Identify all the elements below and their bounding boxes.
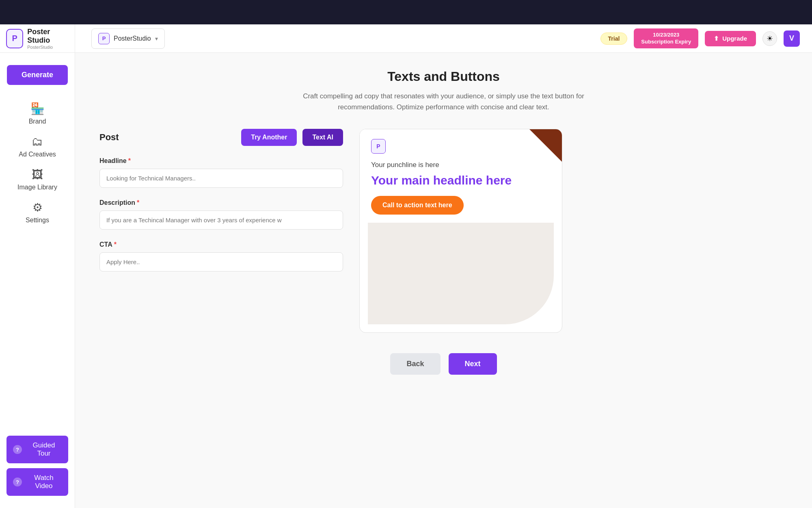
watch-video-button[interactable]: ? Watch Video	[6, 468, 68, 496]
upgrade-button[interactable]: ⬆ Upgrade	[705, 31, 756, 46]
question-icon: ?	[13, 445, 22, 454]
generate-button[interactable]: Generate	[7, 65, 68, 85]
sidebar-item-label: Brand	[29, 118, 46, 125]
headline-input[interactable]	[99, 169, 343, 188]
theme-toggle[interactable]: ☀	[762, 31, 777, 46]
form-title: Post	[99, 132, 119, 143]
sidebar-item-ad-creatives[interactable]: 🗂 Ad Creatives	[0, 130, 75, 163]
ad-punchline: Your punchline is here	[371, 161, 551, 169]
chevron-down-icon: ▾	[155, 35, 158, 42]
sun-icon: ☀	[767, 34, 773, 43]
corner-triangle	[529, 129, 562, 162]
page-title: Texts and Buttons	[99, 69, 788, 84]
sidebar-item-label: Settings	[26, 217, 49, 224]
cta-input[interactable]	[99, 252, 343, 271]
logo-sub: PosterStudio	[27, 45, 69, 50]
ad-headline: Your main headline here	[371, 173, 551, 188]
logo-box: P	[6, 29, 23, 48]
cta-required: *	[114, 241, 117, 248]
workspace-name: PosterStudio	[114, 35, 151, 42]
sidebar-item-settings[interactable]: ⚙ Settings	[0, 196, 75, 229]
cta-label: CTA	[99, 241, 112, 248]
image-library-icon: 🖼	[32, 168, 43, 181]
description-required: *	[137, 199, 139, 206]
sidebar: Generate 🏪 Brand 🗂 Ad Creatives 🖼 Image …	[0, 24, 75, 508]
sidebar-item-image-library[interactable]: 🖼 Image Library	[0, 163, 75, 196]
workspace-icon: P	[98, 33, 110, 44]
back-button[interactable]: Back	[390, 353, 440, 375]
upgrade-icon: ⬆	[714, 35, 719, 42]
guided-tour-button[interactable]: ? Guided Tour	[6, 436, 68, 463]
headline-label: Headline	[99, 157, 127, 165]
page-subtitle: Craft compelling ad copy that resonates …	[302, 91, 586, 113]
ad-cta-button[interactable]: Call to action text here	[371, 196, 464, 215]
ad-creatives-icon: 🗂	[32, 135, 43, 148]
logo-area: P Poster Studio PosterStudio	[0, 24, 75, 53]
question-icon-video: ?	[13, 478, 22, 486]
sidebar-item-label: Ad Creatives	[19, 151, 56, 158]
text-ai-button[interactable]: Text AI	[302, 129, 343, 146]
next-button[interactable]: Next	[449, 353, 497, 375]
form-section: Post Try Another Text AI Headline *	[99, 129, 343, 283]
ad-card-bottom	[368, 223, 554, 324]
description-label: Description	[99, 199, 135, 206]
subscription-badge: 10/23/2023 Subscription Expiry	[634, 28, 698, 49]
upgrade-label: Upgrade	[722, 35, 747, 42]
guided-tour-label: Guided Tour	[26, 441, 62, 458]
ad-logo-box: P	[371, 139, 386, 154]
trial-badge: Trial	[600, 33, 628, 45]
avatar[interactable]: V	[784, 30, 800, 47]
sidebar-item-label: Image Library	[17, 184, 57, 191]
brand-icon: 🏪	[30, 102, 45, 115]
ad-preview-card: P Your punchline is here Your main headl…	[359, 129, 562, 333]
headline-required: *	[128, 157, 131, 165]
content-area: Texts and Buttons Craft compelling ad co…	[75, 53, 812, 508]
header: P PosterStudio ▾ Trial 10/23/2023 Subscr…	[75, 24, 812, 53]
logo-text: Poster Studio	[27, 28, 69, 45]
workspace-selector[interactable]: P PosterStudio ▾	[91, 28, 165, 49]
settings-icon: ⚙	[32, 201, 43, 214]
watch-video-label: Watch Video	[26, 474, 62, 490]
header-right: Trial 10/23/2023 Subscription Expiry ⬆ U…	[600, 28, 800, 49]
description-input[interactable]	[99, 211, 343, 230]
sidebar-item-brand[interactable]: 🏪 Brand	[0, 97, 75, 130]
try-another-button[interactable]: Try Another	[241, 129, 297, 146]
preview-section: P Your punchline is here Your main headl…	[359, 129, 562, 333]
top-bar	[0, 0, 812, 24]
